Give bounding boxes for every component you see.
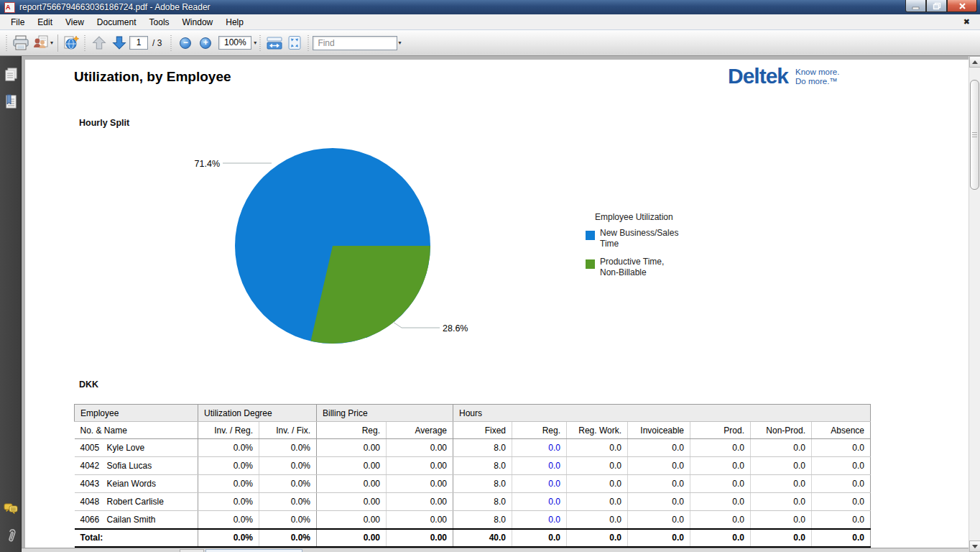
find-input[interactable]: Find [313,36,397,50]
leader-line-secondary [393,322,440,328]
value-cell: 0.00 [317,493,387,511]
workspace: Utilization, by Employee Deltek Know mor… [0,56,980,552]
menu-file[interactable]: File [4,15,31,29]
comments-panel-button[interactable] [2,500,19,518]
fit-width-button[interactable] [264,33,285,53]
value-cell: 0.0% [198,457,259,475]
legend-item: New Business/Sales Time [586,228,711,249]
print-button[interactable] [11,33,31,53]
chart-legend: Employee Utilization New Business/Sales … [586,212,711,285]
chart-section-label: Hourly Split [79,118,129,128]
column-header: Prod. [690,422,751,439]
printer-icon [12,35,29,51]
value-link[interactable]: 0.0 [512,439,567,457]
value-link[interactable]: 0.0 [512,493,567,511]
clipped-ui-element [180,549,204,552]
collaborate-button[interactable]: ▾ [31,33,55,53]
toolbar-grip [307,35,310,51]
value-link[interactable]: 0.0 [512,475,567,493]
employee-name: Keian Words [107,479,156,489]
legend-swatch-blue [586,231,595,240]
window-title: report7566794663036186724.pdf - Adobe Re… [19,2,905,12]
previous-page-button[interactable] [89,33,109,53]
triangle-down-icon [972,545,978,548]
table-row: 4066Cailan Smith0.0%0.0%0.000.008.00.00.… [75,511,871,529]
pie-label-secondary: 28.6% [443,323,468,334]
close-document-icon[interactable]: ✖ [963,17,970,27]
value-cell: 0.0% [259,457,317,475]
total-row: Total:0.0%0.0%0.000.0040.00.00.00.00.00.… [75,529,871,547]
value-cell: 0.00 [387,439,453,457]
collaborate-icon [32,35,50,50]
value-cell: 0.0 [690,475,751,493]
zoom-in-button[interactable]: + [195,33,216,53]
value-cell: 0.0 [751,493,812,511]
legend-item: Productive Time, Non-Billable [586,257,711,278]
minimize-button[interactable] [905,0,926,12]
value-cell: 0.0 [628,475,690,493]
toolbar: ▾ 1 / 3 − [0,30,980,56]
zoom-dropdown-icon[interactable]: ▾ [254,40,256,46]
fit-page-button[interactable] [285,33,305,53]
clipped-ui-element [205,549,302,552]
menu-tools[interactable]: Tools [143,15,176,29]
next-page-button[interactable] [109,33,129,53]
value-cell: 0.0 [628,439,690,457]
value-cell: 0.00 [317,475,387,493]
scrollbar-grip [972,132,977,138]
chevron-down-icon: ▾ [50,40,53,46]
group-header: Billing Price [317,405,453,422]
close-icon [958,2,966,10]
total-value-cell: 0.0 [628,529,690,547]
title-bar: A report7566794663036186724.pdf - Adobe … [0,0,980,14]
page-number-input[interactable]: 1 [129,36,148,50]
scroll-down-button[interactable] [969,540,980,552]
employee-name: Sofia Lucas [107,461,152,471]
scroll-up-button[interactable] [969,56,980,68]
menu-edit[interactable]: Edit [31,15,59,29]
employee-name: Cailan Smith [107,515,156,525]
value-cell: 8.0 [453,493,512,511]
value-link[interactable]: 0.0 [512,511,567,529]
value-cell: 0.0 [812,457,871,475]
zoom-out-button[interactable]: − [175,33,195,53]
pages-panel-button[interactable] [2,66,19,83]
report-title: Utilization, by Employee [74,69,231,85]
employee-name: Kyle Love [107,443,145,453]
value-cell: 0.0 [628,511,690,529]
employee-name: Robert Carlisle [107,497,164,507]
clipped-bottom-toolbar [22,548,969,552]
value-cell: 0.00 [387,457,453,475]
pdf-page: Utilization, by Employee Deltek Know mor… [25,60,969,552]
comments-icon [3,502,19,516]
acrobat-online-button[interactable] [61,33,81,53]
menu-window[interactable]: Window [176,15,220,29]
utilization-table: EmployeeUtilization DegreeBilling PriceH… [74,404,871,548]
restore-button[interactable] [926,0,947,12]
bookmarks-panel-button[interactable] [2,93,19,111]
scrollbar-thumb[interactable] [970,80,979,190]
menu-help[interactable]: Help [219,15,250,29]
currency-label: DKK [79,380,98,390]
column-header: Invoiceable [628,422,690,439]
zoom-level-input[interactable]: 100% [218,36,251,50]
close-button[interactable] [947,0,977,12]
value-cell: 8.0 [453,457,512,475]
value-cell: 0.0 [567,475,628,493]
value-cell: 8.0 [453,475,512,493]
employee-cell: 4043Keian Words [75,475,198,493]
value-link[interactable]: 0.0 [512,457,567,475]
value-cell: 0.0 [812,493,871,511]
menu-document[interactable]: Document [91,15,143,29]
total-value-cell: 0.00 [387,529,453,547]
vertical-scrollbar[interactable] [969,56,980,552]
attachments-panel-button[interactable] [2,528,19,545]
find-dropdown-icon[interactable]: ▾ [398,40,401,46]
value-cell: 8.0 [453,511,512,529]
menu-view[interactable]: View [59,15,91,29]
group-header: Utilization Degree [198,405,317,422]
value-cell: 0.0% [198,439,259,457]
total-value-cell: 0.0 [690,529,751,547]
total-value-cell: 0.0 [751,529,812,547]
total-value-cell: 0.0 [812,529,871,547]
